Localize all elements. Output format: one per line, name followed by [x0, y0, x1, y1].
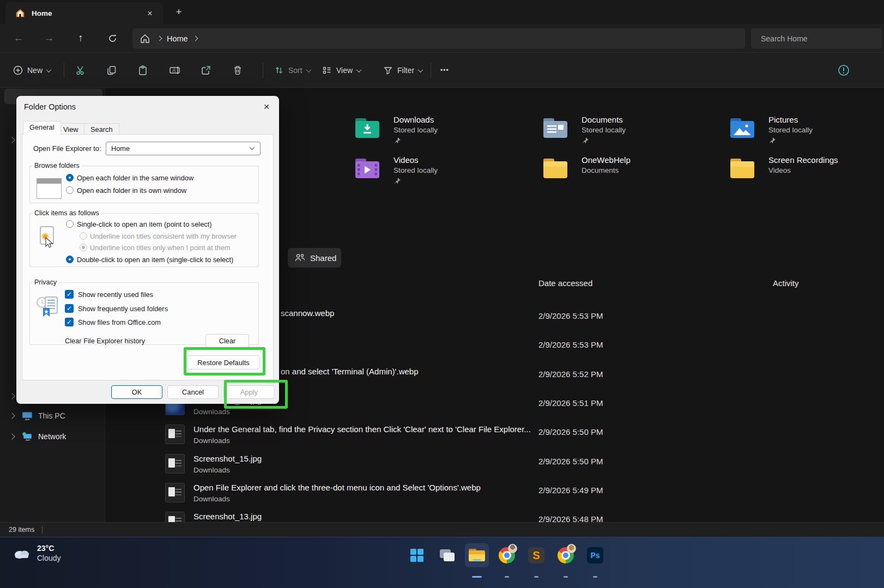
running-indicator [593, 576, 597, 578]
privacy-icon [35, 295, 62, 319]
file-row[interactable]: Screenshot_13.jpg 2/9/2026 5:48 PM [105, 510, 884, 522]
share-button[interactable] [197, 62, 215, 79]
folder-tile-downloads[interactable]: Downloads Stored locally [354, 114, 534, 153]
sublime-text-taskbar-button[interactable]: S [524, 543, 548, 567]
privacy-legend: Privacy [32, 278, 59, 286]
folder-subtitle: Documents [582, 166, 631, 174]
tab-search[interactable]: Search [84, 123, 119, 135]
refresh-icon [108, 34, 117, 43]
chevron-right-icon[interactable] [9, 137, 15, 143]
back-button[interactable]: ← [11, 31, 26, 46]
folder-tile-videos[interactable]: Videos Stored locally [354, 155, 534, 193]
rename-icon: A [169, 65, 180, 76]
forward-button[interactable]: → [41, 31, 57, 46]
sidebar-item-this-pc[interactable]: This PC [0, 407, 102, 425]
radio-single-click[interactable] [66, 220, 74, 228]
sidebar-item-network[interactable]: Network [0, 427, 102, 446]
checkbox-frequent-folders-label: Show frequently used folders [78, 305, 168, 313]
folder-name: Pictures [768, 115, 813, 124]
ok-button[interactable]: OK [111, 385, 162, 399]
tab-general[interactable]: General [23, 121, 61, 135]
delete-button[interactable] [229, 62, 246, 79]
task-view-button[interactable] [435, 543, 459, 567]
checkbox-office-files[interactable]: ✓ [65, 318, 74, 326]
file-row[interactable]: Screenshot_15.jpg Downloads 2/9/2026 5:5… [105, 452, 884, 481]
shared-section-button[interactable]: Shared [288, 248, 341, 268]
folder-subtitle: Stored locally [393, 126, 438, 134]
breadcrumb-chevron-icon [157, 36, 162, 41]
column-header-activity[interactable]: Activity [773, 278, 799, 288]
rename-button[interactable]: A [166, 62, 183, 79]
new-button[interactable]: New [9, 60, 55, 80]
more-options-button[interactable]: ••• [436, 60, 453, 80]
column-header-date-accessed[interactable]: Date accessed [538, 278, 592, 288]
command-toolbar: New A [0, 52, 884, 88]
chevron-down-icon [356, 67, 362, 72]
sidebar-item-label: This PC [38, 411, 65, 420]
file-date-accessed: 2/9/2026 5:50 PM [538, 427, 603, 437]
tab-close-button[interactable]: × [144, 8, 156, 20]
folder-tile-documents[interactable]: Documents Stored locally [542, 114, 722, 153]
file-name: Screenshot_13.jpg [193, 512, 262, 521]
folder-tile-screen-recordings[interactable]: Screen Recordings Videos [729, 155, 884, 193]
radio-own-window[interactable] [66, 186, 74, 194]
cancel-button[interactable]: Cancel [167, 385, 219, 399]
folder-name: Screen Recordings [768, 155, 838, 165]
clear-button[interactable]: Clear [205, 334, 249, 348]
file-row[interactable]: Under the General tab, find the Privacy … [105, 422, 884, 451]
open-to-dropdown[interactable]: Home [106, 142, 261, 155]
copy-icon [106, 65, 117, 76]
file-row[interactable]: Open File Explorer and click the three-d… [105, 481, 884, 510]
chevron-down-icon [306, 67, 311, 72]
downloads-folder-icon [354, 117, 380, 140]
copy-button[interactable] [103, 62, 120, 79]
new-tab-button[interactable]: + [172, 5, 185, 19]
file-name: Screenshot_15.jpg [193, 454, 262, 463]
file-explorer-taskbar-button[interactable] [465, 543, 489, 567]
paste-button[interactable] [134, 62, 152, 79]
sort-button[interactable]: Sort [270, 60, 315, 80]
browse-folders-icon [37, 178, 62, 199]
yellow-folder-icon [542, 157, 568, 180]
item-count: 29 items [9, 526, 34, 534]
chrome-taskbar-button-2[interactable] [554, 543, 578, 567]
up-button[interactable]: ↑ [73, 31, 88, 46]
cut-button[interactable] [72, 62, 89, 79]
tab-home[interactable]: Home × [5, 2, 164, 24]
radio-same-window[interactable] [66, 174, 74, 181]
file-location: Downloads [193, 466, 230, 474]
weather-widget[interactable]: 23°C Cloudy [12, 544, 61, 562]
refresh-button[interactable] [105, 31, 120, 46]
search-input[interactable]: Search Home [751, 28, 882, 49]
radio-double-click[interactable] [66, 256, 74, 263]
checkbox-recent-files-label: Show recently used files [78, 290, 153, 299]
filter-button[interactable]: Filter [379, 60, 427, 80]
folder-tile-pictures[interactable]: Pictures Stored locally [729, 114, 884, 153]
running-indicator [564, 576, 568, 578]
chevron-right-icon[interactable] [9, 393, 15, 399]
general-tab-page: Open File Explorer to: Home Browse folde… [22, 134, 274, 380]
documents-folder-icon [542, 117, 568, 140]
checkbox-office-files-label: Show files from Office.com [78, 318, 161, 326]
address-bar[interactable]: Home [132, 28, 745, 49]
people-icon [295, 253, 305, 262]
details-pane-button[interactable] [835, 62, 852, 79]
this-pc-icon [22, 411, 33, 421]
photoshop-taskbar-button[interactable]: Ps [583, 543, 607, 567]
new-label: New [27, 66, 43, 75]
checkbox-frequent-folders[interactable]: ✓ [65, 304, 74, 313]
view-list-icon [322, 65, 332, 75]
open-to-label: Open File Explorer to: [33, 144, 101, 153]
chevron-down-icon [250, 144, 255, 150]
folder-name: Downloads [393, 115, 438, 124]
checkbox-recent-files[interactable]: ✓ [65, 290, 74, 299]
chrome-taskbar-button-1[interactable] [495, 543, 519, 567]
start-button[interactable] [405, 543, 429, 567]
dialog-close-button[interactable]: × [259, 100, 274, 114]
file-thumbnail [165, 454, 185, 474]
tab-view[interactable]: View [57, 123, 85, 135]
view-button[interactable]: View [318, 60, 365, 80]
radio-double-click-label: Double-click to open an item (single-cli… [77, 256, 233, 264]
folder-tile-onewebhelp[interactable]: OneWebHelp Documents [542, 155, 722, 193]
breadcrumb-home[interactable]: Home [167, 34, 188, 43]
